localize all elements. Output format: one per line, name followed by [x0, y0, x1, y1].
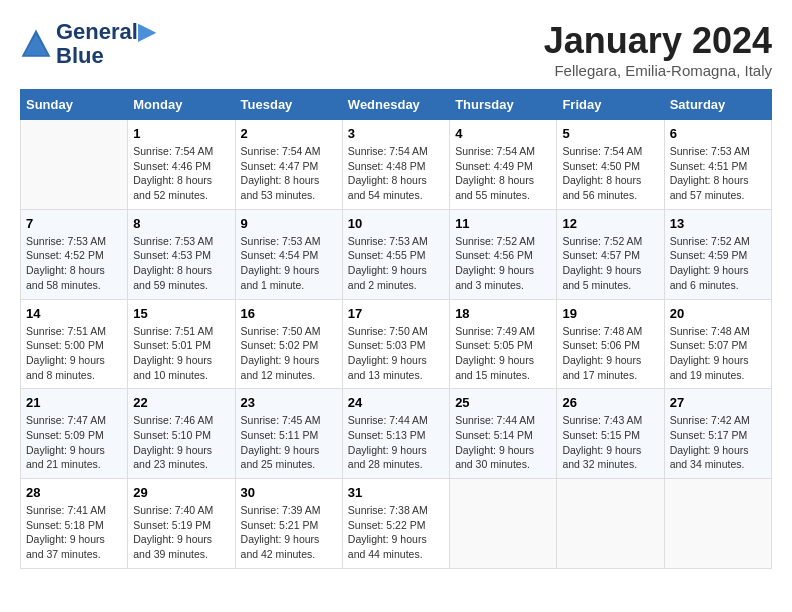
month-title: January 2024 — [544, 20, 772, 62]
day-number: 29 — [133, 485, 229, 500]
day-number: 27 — [670, 395, 766, 410]
calendar-cell: 10Sunrise: 7:53 AM Sunset: 4:55 PM Dayli… — [342, 209, 449, 299]
calendar-cell: 25Sunrise: 7:44 AM Sunset: 5:14 PM Dayli… — [450, 389, 557, 479]
calendar-cell: 31Sunrise: 7:38 AM Sunset: 5:22 PM Dayli… — [342, 479, 449, 569]
day-info: Sunrise: 7:52 AM Sunset: 4:56 PM Dayligh… — [455, 234, 551, 293]
day-number: 16 — [241, 306, 337, 321]
day-info: Sunrise: 7:52 AM Sunset: 4:57 PM Dayligh… — [562, 234, 658, 293]
location: Fellegara, Emilia-Romagna, Italy — [544, 62, 772, 79]
calendar-week-1: 1Sunrise: 7:54 AM Sunset: 4:46 PM Daylig… — [21, 120, 772, 210]
day-info: Sunrise: 7:51 AM Sunset: 5:00 PM Dayligh… — [26, 324, 122, 383]
day-number: 2 — [241, 126, 337, 141]
day-number: 22 — [133, 395, 229, 410]
calendar-cell: 2Sunrise: 7:54 AM Sunset: 4:47 PM Daylig… — [235, 120, 342, 210]
day-number: 23 — [241, 395, 337, 410]
title-block: January 2024 Fellegara, Emilia-Romagna, … — [544, 20, 772, 79]
calendar-cell: 9Sunrise: 7:53 AM Sunset: 4:54 PM Daylig… — [235, 209, 342, 299]
calendar-cell: 28Sunrise: 7:41 AM Sunset: 5:18 PM Dayli… — [21, 479, 128, 569]
day-info: Sunrise: 7:49 AM Sunset: 5:05 PM Dayligh… — [455, 324, 551, 383]
calendar-cell: 20Sunrise: 7:48 AM Sunset: 5:07 PM Dayli… — [664, 299, 771, 389]
calendar-cell: 16Sunrise: 7:50 AM Sunset: 5:02 PM Dayli… — [235, 299, 342, 389]
day-info: Sunrise: 7:53 AM Sunset: 4:54 PM Dayligh… — [241, 234, 337, 293]
day-info: Sunrise: 7:53 AM Sunset: 4:55 PM Dayligh… — [348, 234, 444, 293]
calendar-cell: 30Sunrise: 7:39 AM Sunset: 5:21 PM Dayli… — [235, 479, 342, 569]
svg-marker-1 — [24, 35, 48, 56]
day-info: Sunrise: 7:50 AM Sunset: 5:02 PM Dayligh… — [241, 324, 337, 383]
weekday-header-saturday: Saturday — [664, 90, 771, 120]
day-number: 3 — [348, 126, 444, 141]
day-info: Sunrise: 7:54 AM Sunset: 4:46 PM Dayligh… — [133, 144, 229, 203]
calendar-cell: 15Sunrise: 7:51 AM Sunset: 5:01 PM Dayli… — [128, 299, 235, 389]
calendar-cell: 8Sunrise: 7:53 AM Sunset: 4:53 PM Daylig… — [128, 209, 235, 299]
day-number: 11 — [455, 216, 551, 231]
weekday-header-sunday: Sunday — [21, 90, 128, 120]
day-number: 9 — [241, 216, 337, 231]
day-number: 8 — [133, 216, 229, 231]
day-info: Sunrise: 7:48 AM Sunset: 5:07 PM Dayligh… — [670, 324, 766, 383]
day-number: 1 — [133, 126, 229, 141]
day-info: Sunrise: 7:39 AM Sunset: 5:21 PM Dayligh… — [241, 503, 337, 562]
day-number: 26 — [562, 395, 658, 410]
calendar-cell: 22Sunrise: 7:46 AM Sunset: 5:10 PM Dayli… — [128, 389, 235, 479]
calendar-cell — [21, 120, 128, 210]
day-number: 6 — [670, 126, 766, 141]
calendar-header-row: SundayMondayTuesdayWednesdayThursdayFrid… — [21, 90, 772, 120]
calendar-cell — [557, 479, 664, 569]
day-info: Sunrise: 7:40 AM Sunset: 5:19 PM Dayligh… — [133, 503, 229, 562]
day-info: Sunrise: 7:44 AM Sunset: 5:13 PM Dayligh… — [348, 413, 444, 472]
calendar-cell: 13Sunrise: 7:52 AM Sunset: 4:59 PM Dayli… — [664, 209, 771, 299]
day-number: 18 — [455, 306, 551, 321]
calendar-week-5: 28Sunrise: 7:41 AM Sunset: 5:18 PM Dayli… — [21, 479, 772, 569]
calendar-cell — [450, 479, 557, 569]
weekday-header-friday: Friday — [557, 90, 664, 120]
day-number: 14 — [26, 306, 122, 321]
day-number: 28 — [26, 485, 122, 500]
calendar-cell: 19Sunrise: 7:48 AM Sunset: 5:06 PM Dayli… — [557, 299, 664, 389]
calendar-cell: 11Sunrise: 7:52 AM Sunset: 4:56 PM Dayli… — [450, 209, 557, 299]
page-header: General▶ Blue January 2024 Fellegara, Em… — [20, 20, 772, 79]
day-info: Sunrise: 7:46 AM Sunset: 5:10 PM Dayligh… — [133, 413, 229, 472]
day-number: 30 — [241, 485, 337, 500]
calendar-cell: 26Sunrise: 7:43 AM Sunset: 5:15 PM Dayli… — [557, 389, 664, 479]
calendar-cell: 1Sunrise: 7:54 AM Sunset: 4:46 PM Daylig… — [128, 120, 235, 210]
logo-text: General▶ Blue — [56, 20, 155, 68]
calendar-cell: 27Sunrise: 7:42 AM Sunset: 5:17 PM Dayli… — [664, 389, 771, 479]
day-info: Sunrise: 7:48 AM Sunset: 5:06 PM Dayligh… — [562, 324, 658, 383]
day-info: Sunrise: 7:53 AM Sunset: 4:53 PM Dayligh… — [133, 234, 229, 293]
day-info: Sunrise: 7:54 AM Sunset: 4:49 PM Dayligh… — [455, 144, 551, 203]
day-info: Sunrise: 7:44 AM Sunset: 5:14 PM Dayligh… — [455, 413, 551, 472]
calendar-cell: 12Sunrise: 7:52 AM Sunset: 4:57 PM Dayli… — [557, 209, 664, 299]
day-number: 7 — [26, 216, 122, 231]
day-number: 20 — [670, 306, 766, 321]
day-info: Sunrise: 7:51 AM Sunset: 5:01 PM Dayligh… — [133, 324, 229, 383]
day-number: 5 — [562, 126, 658, 141]
day-info: Sunrise: 7:43 AM Sunset: 5:15 PM Dayligh… — [562, 413, 658, 472]
calendar-cell: 7Sunrise: 7:53 AM Sunset: 4:52 PM Daylig… — [21, 209, 128, 299]
day-number: 13 — [670, 216, 766, 231]
logo: General▶ Blue — [20, 20, 155, 68]
logo-icon — [20, 28, 52, 60]
day-info: Sunrise: 7:54 AM Sunset: 4:50 PM Dayligh… — [562, 144, 658, 203]
weekday-header-tuesday: Tuesday — [235, 90, 342, 120]
day-number: 19 — [562, 306, 658, 321]
day-number: 21 — [26, 395, 122, 410]
calendar-cell: 6Sunrise: 7:53 AM Sunset: 4:51 PM Daylig… — [664, 120, 771, 210]
day-info: Sunrise: 7:47 AM Sunset: 5:09 PM Dayligh… — [26, 413, 122, 472]
weekday-header-wednesday: Wednesday — [342, 90, 449, 120]
day-info: Sunrise: 7:50 AM Sunset: 5:03 PM Dayligh… — [348, 324, 444, 383]
day-number: 12 — [562, 216, 658, 231]
day-number: 31 — [348, 485, 444, 500]
day-info: Sunrise: 7:41 AM Sunset: 5:18 PM Dayligh… — [26, 503, 122, 562]
day-number: 24 — [348, 395, 444, 410]
day-info: Sunrise: 7:53 AM Sunset: 4:52 PM Dayligh… — [26, 234, 122, 293]
calendar-week-2: 7Sunrise: 7:53 AM Sunset: 4:52 PM Daylig… — [21, 209, 772, 299]
calendar-cell: 21Sunrise: 7:47 AM Sunset: 5:09 PM Dayli… — [21, 389, 128, 479]
calendar-cell: 5Sunrise: 7:54 AM Sunset: 4:50 PM Daylig… — [557, 120, 664, 210]
day-number: 17 — [348, 306, 444, 321]
calendar-cell: 24Sunrise: 7:44 AM Sunset: 5:13 PM Dayli… — [342, 389, 449, 479]
calendar-cell: 23Sunrise: 7:45 AM Sunset: 5:11 PM Dayli… — [235, 389, 342, 479]
weekday-header-thursday: Thursday — [450, 90, 557, 120]
calendar-week-3: 14Sunrise: 7:51 AM Sunset: 5:00 PM Dayli… — [21, 299, 772, 389]
day-info: Sunrise: 7:54 AM Sunset: 4:48 PM Dayligh… — [348, 144, 444, 203]
day-info: Sunrise: 7:45 AM Sunset: 5:11 PM Dayligh… — [241, 413, 337, 472]
